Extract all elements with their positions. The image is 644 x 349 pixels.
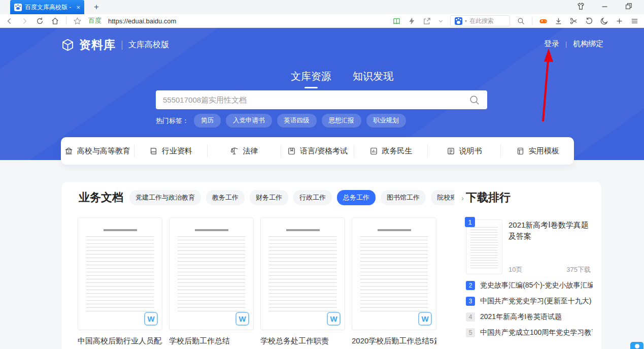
main-search-bar[interactable] — [156, 90, 487, 109]
tag-library-work[interactable]: 图书馆工作 — [381, 190, 426, 205]
brand-name: 资料库 — [79, 37, 116, 53]
tag-finance-work[interactable]: 财务工作 — [250, 190, 288, 205]
chevron-down-icon[interactable] — [438, 18, 444, 24]
word-doc-icon: W — [418, 312, 432, 326]
baidu-paw-icon — [455, 17, 462, 25]
ranking-doc-title[interactable]: 2021年新高考I卷英语试题 — [480, 312, 562, 322]
hot-tag-thought-report[interactable]: 思想汇报 — [322, 114, 361, 128]
document-card[interactable]: W 中国高校后勤行业人员配... — [78, 217, 162, 346]
ranking-item-1[interactable]: 1 2021新高考Ⅰ卷数学真题及答案 10页 375下载 — [466, 219, 593, 274]
tab-close-icon[interactable]: × — [76, 4, 80, 11]
main-content-card: 业务文档 党建工作与政治教育 教务工作 财务工作 行政工作 总务工作 图书馆工作… — [62, 182, 601, 349]
ranking-doc-title[interactable]: 中国共产党党史学习(更新至十九大) — [480, 297, 591, 306]
url-text[interactable]: https://eduai.baidu.com — [108, 17, 176, 25]
ranking-doc-downloads: 375下载 — [566, 265, 591, 274]
search-icon[interactable] — [469, 94, 480, 106]
refresh-icon[interactable] — [36, 17, 44, 25]
tab-library-resources[interactable]: 文库资源 — [291, 70, 331, 88]
document-title[interactable]: 2020学校后勤工作总结5篇 — [352, 336, 436, 346]
word-doc-icon: W — [235, 312, 249, 326]
brand-cube-icon — [61, 38, 75, 52]
category-language-exams[interactable]: 语言/资格考试 — [281, 137, 354, 165]
night-mode-icon[interactable] — [600, 17, 608, 25]
category-label: 语言/资格考试 — [300, 146, 348, 156]
tag-party-building[interactable]: 党建工作与政治教育 — [129, 190, 201, 205]
category-higher-education[interactable]: 高校与高等教育 — [61, 137, 134, 165]
hot-tag-resume[interactable]: 简历 — [194, 114, 221, 128]
site-brand[interactable]: 资料库 文库高校版 — [61, 37, 169, 53]
category-law[interactable]: 法律 — [208, 137, 281, 165]
document-preview[interactable]: W — [352, 217, 436, 330]
browser-tab[interactable]: 百度文库高校版 - 百度文库 × — [10, 0, 84, 14]
person-icon — [635, 344, 639, 348]
category-label: 法律 — [243, 146, 258, 156]
ranking-doc-thumbnail[interactable] — [466, 219, 502, 274]
share-icon[interactable] — [423, 17, 431, 25]
document-card[interactable]: W 学校后勤工作总结 — [169, 217, 254, 346]
customer-service-float-button[interactable] — [630, 342, 643, 349]
games-icon[interactable] — [539, 17, 548, 25]
category-industry-data[interactable]: 行业资料 — [134, 137, 208, 165]
institution-bind-link[interactable]: 机构绑定 — [573, 39, 603, 49]
brand-subtitle: 文库高校版 — [128, 40, 169, 50]
hot-tag-career-plan[interactable]: 职业规划 — [366, 114, 406, 128]
document-preview[interactable]: W — [78, 217, 162, 330]
ranking-doc-title[interactable]: 中国共产党成立100周年党史学习教育... — [480, 328, 593, 337]
skin-icon[interactable] — [577, 2, 585, 11]
category-templates[interactable]: 实用模板 — [501, 137, 574, 165]
law-scale-icon — [230, 147, 239, 155]
minimize-icon[interactable] — [600, 2, 609, 11]
back-icon[interactable] — [5, 17, 14, 25]
downloads-icon[interactable] — [554, 17, 563, 25]
site-name-label[interactable]: 百度 — [88, 16, 101, 25]
tag-administration[interactable]: 行政工作 — [293, 190, 332, 205]
preview-text-lines — [178, 236, 245, 312]
bookmark-star-icon[interactable] — [73, 17, 82, 25]
document-card[interactable]: W 2020学校后勤工作总结5篇 — [352, 217, 436, 346]
search-engine-caret-icon[interactable]: ▾ — [465, 19, 467, 23]
category-government-civic[interactable]: 政务民生 — [354, 137, 427, 165]
restore-window-icon[interactable] — [624, 2, 633, 11]
ranking-doc-title[interactable]: 2021新高考Ⅰ卷数学真题及答案 — [509, 219, 593, 242]
document-preview[interactable]: W — [169, 217, 254, 330]
toolbar-search-icon[interactable] — [517, 17, 525, 25]
rank-badge: 4 — [466, 312, 475, 322]
new-tab-button[interactable]: + — [90, 1, 103, 13]
ranking-item-5[interactable]: 5 中国共产党成立100周年党史学习教育... — [466, 328, 593, 337]
toolbar-search-placeholder[interactable]: 在此搜索 — [469, 17, 494, 25]
ranking-item-3[interactable]: 3 中国共产党党史学习(更新至十九大) — [466, 297, 593, 306]
add-toolbar-icon[interactable] — [615, 17, 624, 25]
ranking-item-2[interactable]: 2 党史故事汇编(85个)-党史小故事汇编 — [466, 281, 593, 290]
section-title-business-docs: 业务文档 — [79, 190, 123, 205]
hot-tags-label: 热门标签： — [156, 116, 189, 125]
main-search-input[interactable] — [163, 96, 464, 104]
document-preview[interactable]: W — [260, 217, 345, 330]
forward-icon[interactable] — [20, 17, 29, 25]
tag-campus-planning[interactable]: 院校规划与建设 — [431, 190, 454, 205]
home-icon[interactable] — [51, 17, 59, 25]
download-ranking: 下载排行 1 2021新高考Ⅰ卷数学真题及答案 10页 375下载 2 党史故事… — [466, 190, 593, 337]
undo-history-icon[interactable] — [585, 17, 593, 25]
ranking-item-4[interactable]: 4 2021年新高考I卷英语试题 — [466, 312, 593, 322]
category-label: 高校与高等教育 — [77, 146, 130, 156]
hot-tag-party-application[interactable]: 入党申请书 — [226, 114, 272, 128]
document-title[interactable]: 学校总务处工作职责 — [260, 336, 345, 346]
document-title[interactable]: 中国高校后勤行业人员配... — [78, 336, 162, 346]
tag-general-affairs[interactable]: 总务工作 — [337, 190, 376, 205]
menu-icon[interactable] — [630, 17, 639, 25]
hot-tag-cet4[interactable]: 英语四级 — [277, 114, 317, 128]
document-title[interactable]: 学校后勤工作总结 — [169, 336, 254, 346]
screenshot-scissors-icon[interactable] — [569, 17, 578, 25]
category-manuals[interactable]: 说明书 — [428, 137, 501, 165]
tag-academic-affairs[interactable]: 教务工作 — [206, 190, 245, 205]
tab-bar: 百度文库高校版 - 百度文库 × + — [0, 0, 644, 14]
tab-knowledge-discovery[interactable]: 知识发现 — [353, 70, 393, 88]
flash-icon[interactable] — [408, 17, 416, 25]
preview-title-line — [378, 229, 411, 231]
reading-mode-icon[interactable] — [392, 17, 401, 25]
document-card[interactable]: W 学校总务处工作职责 — [260, 217, 345, 346]
certificate-icon — [287, 147, 296, 155]
toolbar-search-box[interactable]: ▾ 在此搜索 — [450, 15, 510, 26]
ranking-doc-title[interactable]: 党史故事汇编(85个)-党史小故事汇编 — [480, 281, 593, 290]
tags-scroll-right-icon[interactable]: › — [461, 194, 464, 202]
